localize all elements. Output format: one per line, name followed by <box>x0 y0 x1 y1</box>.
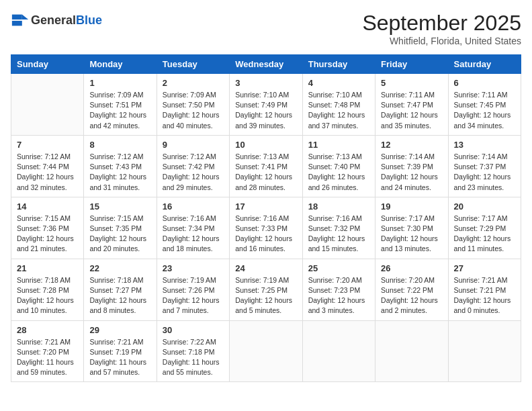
day-number: 24 <box>235 263 296 273</box>
calendar-day-cell: 11Sunrise: 7:13 AMSunset: 7:40 PMDayligh… <box>302 135 375 197</box>
day-info: Sunrise: 7:18 AMSunset: 7:27 PMDaylight:… <box>89 275 150 316</box>
day-info: Sunrise: 7:12 AMSunset: 7:42 PMDaylight:… <box>163 152 224 193</box>
calendar-day-cell: 12Sunrise: 7:14 AMSunset: 7:39 PMDayligh… <box>375 135 448 197</box>
svg-rect-2 <box>12 15 22 19</box>
day-number: 30 <box>163 325 224 335</box>
day-info: Sunrise: 7:10 AMSunset: 7:48 PMDaylight:… <box>308 90 369 131</box>
day-number: 2 <box>163 78 224 88</box>
day-info: Sunrise: 7:11 AMSunset: 7:47 PMDaylight:… <box>381 90 442 131</box>
title-block: September 2025 Whitfield, Florida, Unite… <box>362 11 521 46</box>
day-info: Sunrise: 7:15 AMSunset: 7:35 PMDaylight:… <box>89 214 150 255</box>
day-info: Sunrise: 7:17 AMSunset: 7:29 PMDaylight:… <box>454 214 515 255</box>
calendar-day-cell: 7Sunrise: 7:12 AMSunset: 7:44 PMDaylight… <box>11 135 84 197</box>
calendar-day-cell: 24Sunrise: 7:19 AMSunset: 7:25 PMDayligh… <box>230 259 302 320</box>
calendar-day-cell <box>448 320 521 382</box>
calendar-week-row: 28Sunrise: 7:21 AMSunset: 7:20 PMDayligh… <box>11 320 521 382</box>
day-info: Sunrise: 7:13 AMSunset: 7:41 PMDaylight:… <box>235 152 296 193</box>
calendar-day-cell <box>230 320 302 382</box>
day-number: 6 <box>454 78 515 88</box>
svg-rect-0 <box>11 11 30 30</box>
calendar-header-cell: Saturday <box>448 55 521 74</box>
calendar-week-row: 14Sunrise: 7:15 AMSunset: 7:36 PMDayligh… <box>11 197 521 259</box>
day-info: Sunrise: 7:15 AMSunset: 7:36 PMDaylight:… <box>17 214 78 255</box>
calendar-day-cell: 20Sunrise: 7:17 AMSunset: 7:29 PMDayligh… <box>448 197 521 259</box>
logo-blue-text: Blue <box>76 13 102 27</box>
calendar-day-cell: 27Sunrise: 7:21 AMSunset: 7:21 PMDayligh… <box>448 259 521 320</box>
day-info: Sunrise: 7:09 AMSunset: 7:50 PMDaylight:… <box>163 90 224 131</box>
calendar-week-row: 1Sunrise: 7:09 AMSunset: 7:51 PMDaylight… <box>11 74 521 136</box>
calendar-day-cell: 28Sunrise: 7:21 AMSunset: 7:20 PMDayligh… <box>11 320 84 382</box>
day-number: 15 <box>89 201 150 212</box>
svg-rect-3 <box>12 21 22 26</box>
day-number: 14 <box>17 201 78 212</box>
calendar-header-cell: Wednesday <box>230 55 302 74</box>
day-info: Sunrise: 7:19 AMSunset: 7:26 PMDaylight:… <box>163 275 224 316</box>
calendar-header-cell: Monday <box>84 55 157 74</box>
day-number: 8 <box>89 140 150 150</box>
day-number: 29 <box>89 325 150 335</box>
day-info: Sunrise: 7:13 AMSunset: 7:40 PMDaylight:… <box>308 152 369 193</box>
day-number: 26 <box>381 263 442 273</box>
day-number: 10 <box>235 140 296 150</box>
day-number: 13 <box>454 140 515 150</box>
day-info: Sunrise: 7:16 AMSunset: 7:34 PMDaylight:… <box>163 214 224 255</box>
calendar-day-cell <box>302 320 375 382</box>
day-number: 23 <box>163 263 224 273</box>
calendar-day-cell: 15Sunrise: 7:15 AMSunset: 7:35 PMDayligh… <box>84 197 157 259</box>
day-info: Sunrise: 7:21 AMSunset: 7:21 PMDaylight:… <box>454 275 515 316</box>
day-number: 12 <box>381 140 442 150</box>
day-info: Sunrise: 7:21 AMSunset: 7:19 PMDaylight:… <box>89 337 150 378</box>
calendar-day-cell: 16Sunrise: 7:16 AMSunset: 7:34 PMDayligh… <box>157 197 229 259</box>
day-info: Sunrise: 7:22 AMSunset: 7:18 PMDaylight:… <box>163 337 224 378</box>
calendar-header-cell: Tuesday <box>157 55 229 74</box>
day-info: Sunrise: 7:19 AMSunset: 7:25 PMDaylight:… <box>235 275 296 316</box>
calendar-day-cell: 17Sunrise: 7:16 AMSunset: 7:33 PMDayligh… <box>230 197 302 259</box>
calendar-day-cell: 5Sunrise: 7:11 AMSunset: 7:47 PMDaylight… <box>375 74 448 136</box>
day-info: Sunrise: 7:10 AMSunset: 7:49 PMDaylight:… <box>235 90 296 131</box>
calendar-day-cell: 22Sunrise: 7:18 AMSunset: 7:27 PMDayligh… <box>84 259 157 320</box>
calendar-day-cell: 30Sunrise: 7:22 AMSunset: 7:18 PMDayligh… <box>157 320 229 382</box>
calendar-week-row: 21Sunrise: 7:18 AMSunset: 7:28 PMDayligh… <box>11 259 521 320</box>
calendar-header-cell: Thursday <box>302 55 375 74</box>
day-info: Sunrise: 7:20 AMSunset: 7:22 PMDaylight:… <box>381 275 442 316</box>
day-number: 28 <box>17 325 78 335</box>
calendar-header-row: SundayMondayTuesdayWednesdayThursdayFrid… <box>11 55 521 74</box>
calendar-day-cell: 10Sunrise: 7:13 AMSunset: 7:41 PMDayligh… <box>230 135 302 197</box>
day-number: 19 <box>381 201 442 212</box>
day-number: 16 <box>163 201 224 212</box>
day-number: 25 <box>308 263 369 273</box>
calendar-day-cell: 6Sunrise: 7:11 AMSunset: 7:45 PMDaylight… <box>448 74 521 136</box>
calendar-day-cell: 3Sunrise: 7:10 AMSunset: 7:49 PMDaylight… <box>230 74 302 136</box>
day-info: Sunrise: 7:14 AMSunset: 7:37 PMDaylight:… <box>454 152 515 193</box>
calendar-day-cell: 19Sunrise: 7:17 AMSunset: 7:30 PMDayligh… <box>375 197 448 259</box>
calendar-body: 1Sunrise: 7:09 AMSunset: 7:51 PMDaylight… <box>11 74 521 382</box>
day-info: Sunrise: 7:20 AMSunset: 7:23 PMDaylight:… <box>308 275 369 316</box>
day-number: 20 <box>454 201 515 212</box>
logo-icon <box>11 11 30 30</box>
day-info: Sunrise: 7:12 AMSunset: 7:44 PMDaylight:… <box>17 152 78 193</box>
day-number: 27 <box>454 263 515 273</box>
location-text: Whitfield, Florida, United States <box>362 36 521 46</box>
day-number: 1 <box>89 78 150 88</box>
calendar-day-cell: 9Sunrise: 7:12 AMSunset: 7:42 PMDaylight… <box>157 135 229 197</box>
day-number: 3 <box>235 78 296 88</box>
calendar-day-cell: 29Sunrise: 7:21 AMSunset: 7:19 PMDayligh… <box>84 320 157 382</box>
logo: GeneralBlue <box>11 11 102 30</box>
day-info: Sunrise: 7:16 AMSunset: 7:32 PMDaylight:… <box>308 214 369 255</box>
day-info: Sunrise: 7:12 AMSunset: 7:43 PMDaylight:… <box>89 152 150 193</box>
day-info: Sunrise: 7:11 AMSunset: 7:45 PMDaylight:… <box>454 90 515 131</box>
day-info: Sunrise: 7:18 AMSunset: 7:28 PMDaylight:… <box>17 275 78 316</box>
calendar-day-cell: 25Sunrise: 7:20 AMSunset: 7:23 PMDayligh… <box>302 259 375 320</box>
calendar-day-cell: 23Sunrise: 7:19 AMSunset: 7:26 PMDayligh… <box>157 259 229 320</box>
calendar-header-cell: Sunday <box>11 55 84 74</box>
calendar-header-cell: Friday <box>375 55 448 74</box>
day-number: 11 <box>308 140 369 150</box>
calendar-day-cell: 4Sunrise: 7:10 AMSunset: 7:48 PMDaylight… <box>302 74 375 136</box>
calendar-day-cell <box>375 320 448 382</box>
day-number: 5 <box>381 78 442 88</box>
calendar-day-cell: 2Sunrise: 7:09 AMSunset: 7:50 PMDaylight… <box>157 74 229 136</box>
calendar-day-cell: 26Sunrise: 7:20 AMSunset: 7:22 PMDayligh… <box>375 259 448 320</box>
day-info: Sunrise: 7:17 AMSunset: 7:30 PMDaylight:… <box>381 214 442 255</box>
page-header: GeneralBlue September 2025 Whitfield, Fl… <box>11 11 521 46</box>
day-number: 9 <box>163 140 224 150</box>
